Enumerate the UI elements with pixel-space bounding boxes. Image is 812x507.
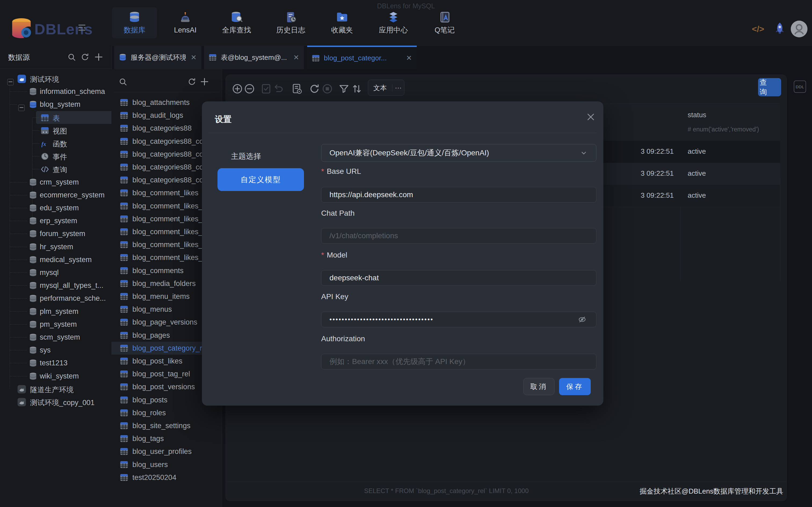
nav-item-qnotes[interactable]: Q笔记 <box>424 7 465 38</box>
cancel-button[interactable]: 取消 <box>523 378 555 395</box>
tab-3[interactable]: blog_post_categor...✕ <box>307 46 417 69</box>
collapse-expander[interactable] <box>7 79 14 85</box>
tree-item-sys[interactable]: sys <box>0 344 111 356</box>
view-mode-text-button[interactable]: 文本 <box>368 83 392 92</box>
tree-item-erp_system[interactable]: erp_system <box>0 214 111 227</box>
tree-item-label: plm_system <box>40 307 79 316</box>
custom-model-button[interactable]: 自定义模型 <box>217 168 304 191</box>
tree-item-test1213[interactable]: test1213 <box>0 356 111 370</box>
query-button[interactable]: 查 询 <box>758 78 781 96</box>
authorization-input[interactable] <box>321 354 596 370</box>
table-name: blog_attachments <box>133 99 190 107</box>
column-header-status-type: # enum('active','removed') <box>688 126 759 133</box>
tree-guide-stub <box>10 273 27 273</box>
tree-item-forum_system[interactable]: forum_system <box>0 227 111 240</box>
code-accent-icon[interactable]: </> <box>752 24 764 34</box>
nav-item-lensai[interactable]: LensAI <box>165 7 205 38</box>
tree-item-plm_system[interactable]: plm_system <box>0 305 111 318</box>
base_url-input[interactable] <box>321 187 596 203</box>
avatar[interactable] <box>790 20 808 38</box>
table-icon <box>119 227 129 236</box>
tab-close-icon[interactable]: ✕ <box>293 53 299 62</box>
refresh-icon[interactable] <box>81 53 89 61</box>
column-header-status[interactable]: status <box>688 111 706 119</box>
tree-item-查询[interactable]: 查询 <box>0 163 111 175</box>
save-button[interactable]: 保存 <box>559 378 591 395</box>
tree-item-edu_system[interactable]: edu_system <box>0 202 111 214</box>
eye-off-icon[interactable] <box>578 315 587 324</box>
tree-item-事件[interactable]: 事件 <box>0 150 111 163</box>
tree-item-隧道生产环境[interactable]: 隧道生产环境 <box>0 383 111 395</box>
tree-item-表[interactable]: 表 <box>0 111 111 124</box>
datasource-panel-title: 数据源 <box>8 53 30 62</box>
tree-item-视图[interactable]: 视图 <box>0 124 111 137</box>
tree-item-crm_system[interactable]: crm_system <box>0 176 111 188</box>
filter-icon[interactable] <box>338 83 350 95</box>
nav-item-app-center[interactable]: 应用中心 <box>370 7 416 38</box>
table-name: blog_pages <box>133 331 170 340</box>
tree-item-mysql_all_types_t...[interactable]: mysql_all_types_t... <box>0 279 111 292</box>
table-list-item[interactable]: blog_roles <box>111 406 222 419</box>
script-run-icon[interactable] <box>291 83 303 95</box>
rocket-icon[interactable] <box>773 21 787 36</box>
tree-item-scm_system[interactable]: scm_system <box>0 331 111 344</box>
minus-circle-icon[interactable] <box>244 83 255 95</box>
nav-item-database[interactable]: 数据库 <box>112 7 157 38</box>
db-gray <box>29 178 38 187</box>
search-icon[interactable] <box>67 53 76 61</box>
refresh-icon[interactable] <box>309 83 320 95</box>
ddl-icon[interactable]: DDL <box>794 80 806 93</box>
nav-item-favorites[interactable]: 收藏夹 <box>322 7 362 38</box>
tree-item-pm_system[interactable]: pm_system <box>0 318 111 331</box>
table-list-item[interactable]: blog_users <box>111 458 222 471</box>
search-icon[interactable] <box>118 77 127 86</box>
tree-guide-stub <box>10 260 27 260</box>
tree-item-label: ecommerce_system <box>40 191 105 199</box>
tree-item-hr_system[interactable]: hr_system <box>0 240 111 253</box>
tree-item-wiki_system[interactable]: wiki_system <box>0 370 111 383</box>
plus-icon[interactable] <box>94 52 104 62</box>
add-circle-icon[interactable] <box>232 83 243 95</box>
tab-close-icon[interactable]: ✕ <box>191 53 197 62</box>
tree-item-medical_system[interactable]: medical_system <box>0 253 111 266</box>
nav-item-history-log[interactable]: 历史日志 <box>268 7 314 38</box>
model-label: *Model <box>321 251 347 260</box>
tree-item-mysql[interactable]: mysql <box>0 266 111 279</box>
table-icon <box>119 266 129 275</box>
tab-close-icon[interactable]: ✕ <box>406 54 412 62</box>
tab-2[interactable]: 表@blog_system@...✕ <box>204 46 304 69</box>
tree-item-函数[interactable]: fx函数 <box>0 137 111 150</box>
more-options-button[interactable]: ⋯ <box>392 84 404 92</box>
table-list-item[interactable]: test20250204 <box>111 471 222 484</box>
chat_path-input[interactable] <box>321 228 596 243</box>
refresh-icon[interactable] <box>188 77 196 86</box>
nav-item-label: 收藏夹 <box>332 25 353 35</box>
column-divider <box>780 178 780 281</box>
tree-item-information_schema[interactable]: information_schema <box>0 85 111 98</box>
plus-icon[interactable] <box>200 77 209 87</box>
tree-item-ecommerce_system[interactable]: ecommerce_system <box>0 188 111 202</box>
collapse-expander[interactable] <box>18 105 25 111</box>
table-list-item[interactable]: blog_tags <box>111 432 222 445</box>
close-icon[interactable] <box>586 112 596 122</box>
db-gray <box>29 204 38 213</box>
tree-item-测试环境_copy_001[interactable]: 测试环境_copy_001 <box>0 395 111 408</box>
table-icon <box>119 137 129 146</box>
tab-1[interactable]: 服务器@测试环境✕ <box>114 46 201 69</box>
provider-select[interactable]: OpenAI兼容(DeepSeek/豆包/通义/百炼/OpenAI) <box>321 144 596 162</box>
model-input[interactable] <box>321 270 596 286</box>
sort-icon[interactable] <box>351 83 362 95</box>
nav-item-global-search[interactable]: 全库查找 <box>213 7 260 38</box>
view-icon <box>40 126 49 135</box>
sidebar-collapse-icon[interactable] <box>77 22 87 33</box>
api_key-input[interactable] <box>321 312 596 327</box>
top-bar: DBLens for MySQL DBLens 数据库LensAI全库查找历史日… <box>0 0 812 46</box>
table-list-item[interactable]: blog_site_settings <box>111 419 222 432</box>
tree-item-测试环境[interactable]: 测试环境 <box>0 72 111 85</box>
tree-item-blog_system[interactable]: blog_system <box>0 98 111 111</box>
tree-item-label: medical_system <box>40 256 92 264</box>
tree-item-label: 视图 <box>53 126 67 136</box>
tree-item-performance_sche...[interactable]: performance_sche... <box>0 292 111 305</box>
table-icon <box>119 473 129 482</box>
table-list-item[interactable]: blog_user_profiles <box>111 445 222 458</box>
